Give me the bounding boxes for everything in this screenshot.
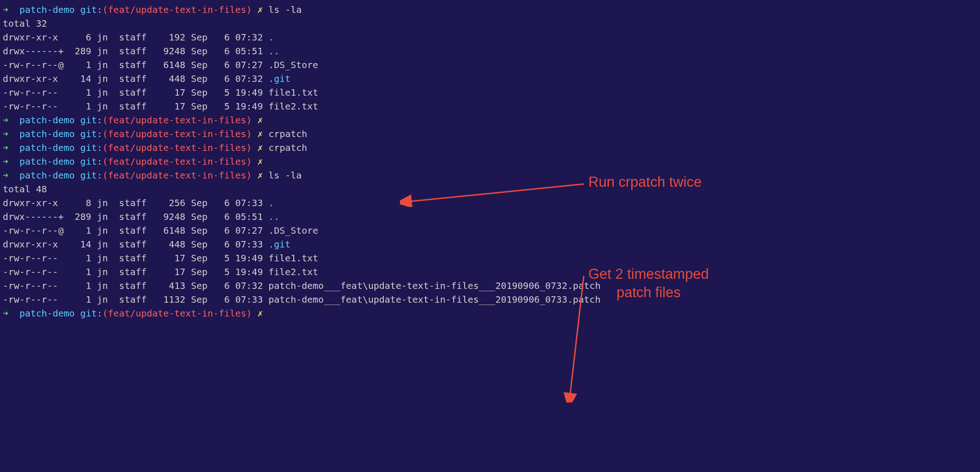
listing-row: -rw-r--r-- 1 jn staff 413 Sep 6 07:32 pa… bbox=[3, 279, 977, 293]
prompt-paren-open: ( bbox=[103, 4, 108, 15]
prompt-arrow-icon: ➜ bbox=[3, 115, 8, 126]
filename: patch-demo___feat\update-text-in-files__… bbox=[268, 294, 600, 305]
listing-total: total 32 bbox=[3, 17, 977, 30]
filename: .git bbox=[268, 73, 291, 84]
command-text: ls -la bbox=[268, 4, 302, 15]
prompt-arrow-icon: ➜ bbox=[3, 4, 8, 15]
prompt-line: ➜ patch-demo git:(feat/update-text-in-fi… bbox=[3, 141, 977, 155]
prompt-branch: feat/update-text-in-files bbox=[108, 115, 246, 126]
prompt-dirty-icon: ✗ bbox=[257, 115, 263, 126]
listing-row: drwxr-xr-x 14 jn staff 448 Sep 6 07:32 .… bbox=[3, 72, 977, 86]
prompt-paren-close: ) bbox=[246, 170, 252, 181]
prompt-arrow-icon: ➜ bbox=[3, 170, 8, 181]
command-text: crpatch bbox=[268, 128, 307, 139]
listing-row: -rw-r--r-- 1 jn staff 17 Sep 5 19:49 fil… bbox=[3, 86, 977, 99]
prompt-paren-close: ) bbox=[246, 156, 252, 167]
prompt-paren-open: ( bbox=[103, 128, 108, 139]
prompt-line: ➜ patch-demo git:(feat/update-text-in-fi… bbox=[3, 127, 977, 141]
prompt-git-label: git: bbox=[80, 4, 103, 15]
prompt-line: ➜ patch-demo git:(feat/update-text-in-fi… bbox=[3, 306, 977, 320]
listing-row: -rw-r--r-- 1 jn staff 17 Sep 5 19:49 fil… bbox=[3, 99, 977, 113]
annotation-line-1: Get 2 timestamped bbox=[588, 266, 709, 282]
prompt-paren-open: ( bbox=[103, 156, 108, 167]
filename: . bbox=[268, 32, 274, 43]
prompt-directory: patch-demo bbox=[19, 115, 74, 126]
prompt-directory: patch-demo bbox=[19, 156, 74, 167]
prompt-git-label: git: bbox=[80, 308, 103, 319]
prompt-dirty-icon: ✗ bbox=[257, 308, 263, 319]
annotation-patch-files: Get 2 timestamped patch files bbox=[588, 265, 709, 302]
prompt-branch: feat/update-text-in-files bbox=[108, 308, 246, 319]
prompt-paren-open: ( bbox=[103, 170, 108, 181]
prompt-arrow-icon: ➜ bbox=[3, 308, 8, 319]
terminal-output[interactable]: ➜ patch-demo git:(feat/update-text-in-fi… bbox=[3, 3, 977, 320]
prompt-paren-open: ( bbox=[103, 142, 108, 153]
listing-row: -rw-r--r-- 1 jn staff 17 Sep 5 19:49 fil… bbox=[3, 265, 977, 279]
prompt-line: ➜ patch-demo git:(feat/update-text-in-fi… bbox=[3, 168, 977, 182]
filename: .git bbox=[268, 239, 291, 250]
filename: patch-demo___feat\update-text-in-files__… bbox=[268, 280, 600, 291]
prompt-directory: patch-demo bbox=[19, 308, 74, 319]
prompt-arrow-icon: ➜ bbox=[3, 156, 8, 167]
listing-row: -rw-r--r--@ 1 jn staff 6148 Sep 6 07:27 … bbox=[3, 58, 977, 72]
filename: file1.txt bbox=[268, 87, 318, 98]
prompt-line: ➜ patch-demo git:(feat/update-text-in-fi… bbox=[3, 155, 977, 168]
prompt-paren-open: ( bbox=[103, 115, 108, 126]
prompt-paren-close: ) bbox=[246, 4, 252, 15]
listing-row: -rw-r--r-- 1 jn staff 1132 Sep 6 07:33 p… bbox=[3, 293, 977, 306]
prompt-dirty-icon: ✗ bbox=[257, 128, 263, 139]
prompt-branch: feat/update-text-in-files bbox=[108, 156, 246, 167]
listing-row: drwxr-xr-x 14 jn staff 448 Sep 6 07:33 .… bbox=[3, 237, 977, 251]
filename: . bbox=[268, 197, 274, 208]
command-text: crpatch bbox=[268, 142, 307, 153]
prompt-git-label: git: bbox=[80, 142, 103, 153]
prompt-dirty-icon: ✗ bbox=[257, 170, 263, 181]
listing-row: drwx------+ 289 jn staff 9248 Sep 6 05:5… bbox=[3, 210, 977, 224]
prompt-branch: feat/update-text-in-files bbox=[108, 170, 246, 181]
prompt-git-label: git: bbox=[80, 115, 103, 126]
prompt-git-label: git: bbox=[80, 156, 103, 167]
filename: file2.txt bbox=[268, 101, 318, 112]
listing-row: drwxr-xr-x 8 jn staff 256 Sep 6 07:33 . bbox=[3, 196, 977, 210]
prompt-arrow-icon: ➜ bbox=[3, 128, 8, 139]
prompt-directory: patch-demo bbox=[19, 128, 74, 139]
prompt-dirty-icon: ✗ bbox=[257, 156, 263, 167]
prompt-dirty-icon: ✗ bbox=[257, 142, 263, 153]
prompt-line: ➜ patch-demo git:(feat/update-text-in-fi… bbox=[3, 113, 977, 127]
prompt-git-label: git: bbox=[80, 170, 103, 181]
prompt-dirty-icon: ✗ bbox=[257, 4, 263, 15]
prompt-paren-close: ) bbox=[246, 115, 252, 126]
prompt-branch: feat/update-text-in-files bbox=[108, 128, 246, 139]
prompt-branch: feat/update-text-in-files bbox=[108, 4, 246, 15]
filename: .. bbox=[268, 46, 279, 57]
filename: .DS_Store bbox=[268, 225, 318, 236]
listing-row: -rw-r--r-- 1 jn staff 17 Sep 5 19:49 fil… bbox=[3, 251, 977, 265]
prompt-directory: patch-demo bbox=[19, 170, 74, 181]
annotation-line-2: patch files bbox=[616, 284, 681, 300]
prompt-paren-open: ( bbox=[103, 308, 108, 319]
prompt-directory: patch-demo bbox=[19, 4, 74, 15]
listing-row: -rw-r--r--@ 1 jn staff 6148 Sep 6 07:27 … bbox=[3, 224, 977, 237]
prompt-line: ➜ patch-demo git:(feat/update-text-in-fi… bbox=[3, 3, 977, 17]
filename: file2.txt bbox=[268, 266, 318, 277]
annotation-run-crpatch: Run crpatch twice bbox=[588, 172, 701, 193]
prompt-directory: patch-demo bbox=[19, 142, 74, 153]
prompt-paren-close: ) bbox=[246, 308, 252, 319]
prompt-paren-close: ) bbox=[246, 128, 252, 139]
prompt-paren-close: ) bbox=[246, 142, 252, 153]
filename: file1.txt bbox=[268, 253, 318, 264]
listing-row: drwx------+ 289 jn staff 9248 Sep 6 05:5… bbox=[3, 44, 977, 58]
listing-total: total 48 bbox=[3, 182, 977, 196]
filename: .. bbox=[268, 211, 279, 222]
prompt-git-label: git: bbox=[80, 128, 103, 139]
prompt-branch: feat/update-text-in-files bbox=[108, 142, 246, 153]
listing-row: drwxr-xr-x 6 jn staff 192 Sep 6 07:32 . bbox=[3, 30, 977, 44]
prompt-arrow-icon: ➜ bbox=[3, 142, 8, 153]
filename: .DS_Store bbox=[268, 59, 318, 70]
command-text: ls -la bbox=[268, 170, 302, 181]
